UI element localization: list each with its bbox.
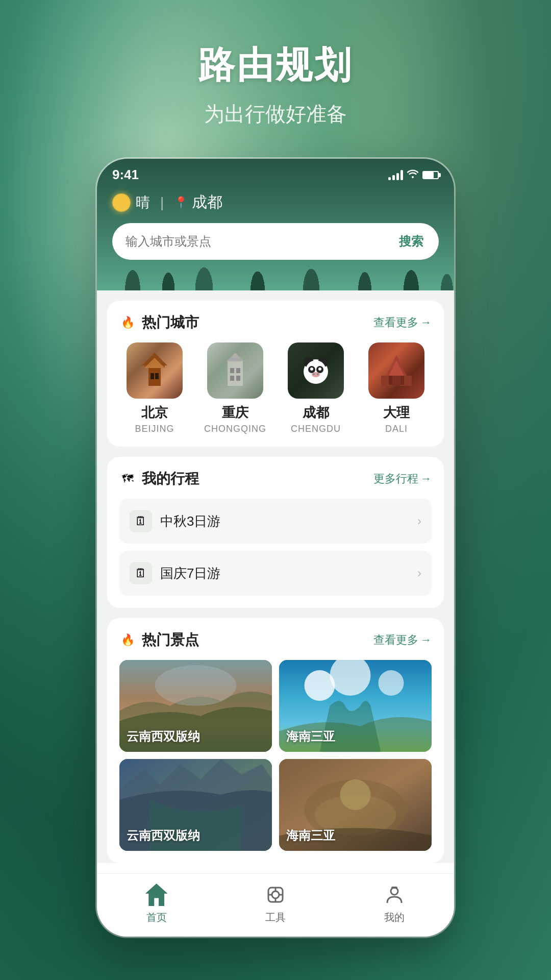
hot-cities-section: 🔥 热门城市 查看更多 → <box>107 301 444 447</box>
tab-item-tools[interactable]: 工具 <box>216 882 335 924</box>
svg-rect-3 <box>148 368 161 386</box>
city-item-chengdu[interactable]: 成都 CHENGDU <box>281 342 351 434</box>
tab-item-profile[interactable]: 我的 <box>335 882 454 924</box>
my-trips-more-label: 更多行程 <box>373 471 418 486</box>
phone-header-bg: 9:41 <box>97 159 454 290</box>
fire-icon: 🔥 <box>119 314 136 331</box>
cities-grid: 北京 BEIJING <box>119 342 432 434</box>
svg-point-19 <box>310 368 313 371</box>
my-trips-section: 🗺 我的行程 更多行程 → 🗓 中秋3日游 › 🗓 国庆7日游 <box>107 457 444 608</box>
weather-condition: 晴 <box>136 193 150 212</box>
spot-item-2[interactable]: 海南三亚 <box>279 660 432 752</box>
trip-icon-national-day: 🗓 <box>130 562 152 584</box>
trip-item-mid-autumn[interactable]: 🗓 中秋3日游 › <box>119 499 432 544</box>
svg-point-23 <box>317 373 319 375</box>
spot-label-3: 云南西双版纳 <box>127 827 200 844</box>
hot-spots-more-label: 查看更多 <box>373 632 418 648</box>
location-city: 成都 <box>192 192 222 213</box>
city-name-chongqing-zh: 重庆 <box>222 404 248 422</box>
trip-name-mid-autumn: 中秋3日游 <box>160 512 220 530</box>
my-trips-more[interactable]: 更多行程 → <box>373 471 432 486</box>
trip-icon-mid-autumn: 🗓 <box>130 510 152 532</box>
trip-name-national-day: 国庆7日游 <box>160 565 220 582</box>
city-image-beijing <box>127 342 183 399</box>
more-arrow-icon: → <box>420 472 432 485</box>
city-item-beijing[interactable]: 北京 BEIJING <box>119 342 190 434</box>
hot-spots-more[interactable]: 查看更多 → <box>373 632 432 648</box>
city-name-chongqing-en: CHONGQING <box>204 424 266 434</box>
spot-item-4[interactable]: 海南三亚 <box>279 759 432 851</box>
chevron-right-icon-2: › <box>417 566 421 580</box>
city-item-dali[interactable]: 大理 DALI <box>361 342 432 434</box>
search-input[interactable] <box>126 234 388 249</box>
city-name-dali-en: DALI <box>385 424 408 434</box>
svg-rect-9 <box>230 368 234 373</box>
tab-label-profile: 我的 <box>384 911 405 924</box>
svg-point-20 <box>318 368 321 371</box>
hot-cities-more[interactable]: 查看更多 → <box>373 315 432 330</box>
hot-spots-title-group: 🔥 热门景点 <box>119 630 199 650</box>
hot-spots-header: 🔥 热门景点 查看更多 → <box>119 630 432 650</box>
battery-icon <box>422 171 439 179</box>
city-name-beijing-en: BEIJING <box>135 424 174 434</box>
hot-cities-title-group: 🔥 热门城市 <box>119 313 199 332</box>
svg-point-31 <box>155 665 237 706</box>
search-container: 搜索 <box>97 223 454 275</box>
profile-icon <box>383 884 406 906</box>
status-bar: 9:41 <box>97 159 454 187</box>
arrow-right-icon: → <box>420 316 432 329</box>
spots-fire-icon: 🔥 <box>119 632 136 648</box>
tab-label-tools: 工具 <box>265 911 286 924</box>
spot-item-3[interactable]: 云南西双版纳 <box>119 759 272 851</box>
sun-icon <box>112 193 131 212</box>
svg-point-22 <box>313 373 315 375</box>
svg-point-47 <box>391 888 398 895</box>
city-item-chongqing[interactable]: 重庆 CHONGQING <box>200 342 270 434</box>
trip-item-national-day[interactable]: 🗓 国庆7日游 › <box>119 551 432 596</box>
tab-bar: 首页 工具 <box>97 873 454 937</box>
svg-rect-10 <box>236 368 240 373</box>
city-name-dali-zh: 大理 <box>383 404 410 422</box>
hot-spots-title: 热门景点 <box>142 630 199 650</box>
svg-point-35 <box>379 670 404 696</box>
svg-rect-5 <box>155 373 159 379</box>
app-header: 路由规划 为出行做好准备 <box>198 41 353 128</box>
weather-bar: 晴 | 📍 成都 <box>97 187 454 223</box>
phone-frame: 9:41 <box>97 159 454 937</box>
svg-point-40 <box>340 779 371 810</box>
spot-label-2: 海南三亚 <box>286 728 335 745</box>
svg-rect-4 <box>151 373 154 379</box>
app-subtitle: 为出行做好准备 <box>198 100 353 128</box>
search-bar: 搜索 <box>112 223 439 260</box>
my-trips-header: 🗺 我的行程 更多行程 → <box>119 469 432 488</box>
location-pin-icon: 📍 <box>174 196 188 209</box>
tools-icon <box>264 884 287 906</box>
svg-rect-29 <box>392 376 400 386</box>
hot-cities-header: 🔥 热门城市 查看更多 → <box>119 313 432 332</box>
tab-item-home[interactable]: 首页 <box>97 882 216 924</box>
city-name-chengdu-zh: 成都 <box>303 404 329 422</box>
spot-item-1[interactable]: 云南西双版纳 <box>119 660 272 752</box>
weather-divider: | <box>160 194 164 211</box>
hot-cities-title: 热门城市 <box>142 313 199 332</box>
tab-icon-tools-container <box>263 882 288 908</box>
tab-icon-home-container <box>144 882 169 908</box>
trip-left: 🗓 中秋3日游 <box>130 510 220 532</box>
spots-arrow-icon: → <box>420 633 432 647</box>
wifi-icon <box>407 169 418 181</box>
weather-info: 晴 <box>112 193 150 212</box>
search-button[interactable]: 搜索 <box>394 231 429 252</box>
spots-grid: 云南西双版纳 <box>119 660 432 851</box>
spot-label-1: 云南西双版纳 <box>127 728 200 745</box>
city-name-chengdu-en: CHENGDU <box>291 424 341 434</box>
status-icons <box>388 169 439 181</box>
location-info: 📍 成都 <box>174 192 222 213</box>
svg-rect-48 <box>391 887 397 889</box>
app-title: 路由规划 <box>198 41 353 90</box>
trip-left-2: 🗓 国庆7日游 <box>130 562 220 584</box>
chevron-right-icon: › <box>417 514 421 528</box>
tab-icon-profile-container <box>382 882 407 908</box>
svg-point-8 <box>233 354 238 359</box>
spot-label-4: 海南三亚 <box>286 827 335 844</box>
svg-rect-12 <box>236 376 240 381</box>
